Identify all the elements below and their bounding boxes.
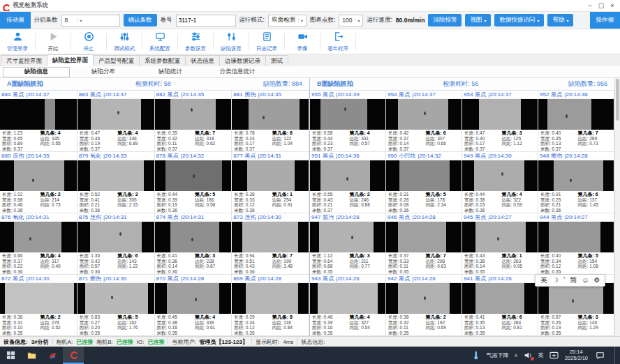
defect-image[interactable] <box>232 160 309 191</box>
maximize-button[interactable]: ▢ <box>596 1 607 10</box>
defect-image[interactable] <box>78 99 154 130</box>
defect-image[interactable] <box>462 160 538 191</box>
defect-cell[interactable]: 881擦伤|20:14:35长度: 0.78宽度: 0.24面积: 0.17米数… <box>232 91 309 152</box>
ime-punct-icon[interactable]: ’ <box>563 275 565 286</box>
defect-cell[interactable]: 955黑点|20:14:39长度: 0.58宽度: 0.44面积: 0.23米数… <box>310 91 386 152</box>
defect-cell[interactable]: 950小凹坑|20:14:32长度: 0.31宽度: 0.28面积: 0.08米… <box>386 152 462 213</box>
volume-icon[interactable] <box>524 351 533 360</box>
sub-tab[interactable]: 分类信息统计 <box>204 67 271 77</box>
defect-cell[interactable]: 941黑点|20:14:26长度: 0.41宽度: 0.35面积: 0.13米数… <box>462 275 538 336</box>
defect-cell[interactable]: 884黑点|20:14:37长度: 1.23宽度: 0.65面积: 0.89米数… <box>0 91 78 152</box>
defect-cell[interactable]: 952黑点|20:14:36长度: 0.40宽度: 0.35面积: 0.13米数… <box>538 91 614 152</box>
defect-image[interactable] <box>0 283 77 314</box>
scrollbar-thumb[interactable] <box>616 79 619 121</box>
tool-system-config[interactable]: 系统配置 <box>144 31 176 52</box>
main-tab[interactable]: 缺陷监控界面 <box>47 54 94 66</box>
defect-cell[interactable]: 876氧化|20:14:31长度: 0.66宽度: 0.37面积: 0.22米数… <box>0 213 78 275</box>
defect-image[interactable] <box>462 222 538 252</box>
defect-image[interactable] <box>462 99 538 130</box>
language-indicator[interactable]: 英 <box>538 351 544 359</box>
defect-cell[interactable]: 872黑点|20:14:30长度: 0.36宽度: 0.31面积: 0.10米数… <box>0 275 78 336</box>
defect-cell[interactable]: 945黑点|20:14:27长度: 0.43宽度: 0.36面积: 0.14米数… <box>462 213 538 275</box>
defect-image[interactable] <box>386 99 462 130</box>
defect-image[interactable] <box>155 283 232 314</box>
defect-cell[interactable]: 949黑点|20:14:30长度: 0.44宽度: 0.38面积: 0.15米数… <box>462 152 538 213</box>
defect-image[interactable] <box>310 160 385 191</box>
sub-tab[interactable]: 缺陷分布 <box>70 67 137 77</box>
defect-cell[interactable]: 875压伤|20:14:31长度: 1.35宽度: 0.42面积: 0.57米数… <box>78 213 155 275</box>
defect-image[interactable] <box>310 99 385 130</box>
defect-cell[interactable]: 943黑点|20:14:26长度: 0.46宽度: 0.39面积: 0.16米数… <box>310 275 386 336</box>
defect-cell[interactable]: 869黑点|20:14:28长度: 0.39宽度: 0.34面积: 0.12米数… <box>232 275 309 336</box>
defect-image[interactable] <box>155 99 232 130</box>
defect-cell[interactable]: 873压伤|20:14:30长度: 0.94宽度: 0.51面积: 0.43米数… <box>232 213 309 275</box>
defect-cell[interactable]: 954黑点|20:14:37长度: 0.42宽度: 0.37面积: 0.14米数… <box>386 91 462 152</box>
tool-video-record[interactable]: 录像 <box>286 31 318 52</box>
ime-settings-icon[interactable]: ⚙ <box>593 275 600 286</box>
tool-log-record[interactable]: 日志记录 <box>251 31 283 52</box>
defect-cell[interactable]: 942黑点|20:14:26长度: 0.38宽度: 0.32面积: 0.11米数… <box>386 275 462 336</box>
main-tab[interactable]: 测试 <box>265 55 288 66</box>
main-tab[interactable]: 边缘数据记录 <box>219 55 266 66</box>
vertical-scrollbar[interactable] <box>614 78 620 336</box>
run-mode-select[interactable]: 双面检测 <box>268 15 307 26</box>
defect-cell[interactable]: 883黑点|20:14:37长度: 0.47宽度: 0.46面积: 0.19米数… <box>78 91 155 152</box>
defect-image[interactable] <box>386 160 462 191</box>
defect-cell[interactable]: 948擦伤|20:14:28长度: 0.91宽度: 0.25面积: 0.21米数… <box>538 152 614 213</box>
defect-image[interactable] <box>78 283 154 314</box>
close-button[interactable]: × <box>607 1 618 10</box>
weather-text[interactable]: 气温下降 <box>487 351 509 359</box>
defect-cell[interactable]: 882黑点|20:14:35长度: 0.35宽度: 0.32面积: 0.11米数… <box>155 91 232 152</box>
defect-cell[interactable]: 877黑点|20:14:31长度: 0.38宽度: 0.33面积: 0.12米数… <box>232 152 309 213</box>
minimize-button[interactable]: – <box>584 1 596 10</box>
defect-image[interactable] <box>232 283 309 314</box>
data-quick-access-button[interactable]: 数据快捷访问 <box>494 14 544 26</box>
view-menu-button[interactable]: 视图 <box>465 14 491 26</box>
sub-tab[interactable]: 缺陷统计 <box>137 67 204 77</box>
defect-image[interactable] <box>0 99 77 130</box>
defect-cell[interactable]: 878黑点|20:14:32长度: 0.44宽度: 0.39面积: 0.15米数… <box>155 152 232 213</box>
main-tab[interactable]: 尺寸监控界面 <box>1 55 47 66</box>
operator-side-button[interactable]: 操作侧 <box>590 12 620 29</box>
defect-cell[interactable]: 874黑点|20:14:31长度: 0.41宽度: 0.36面积: 0.14米数… <box>155 213 232 275</box>
main-tab[interactable]: 产品型号配置 <box>93 55 140 66</box>
defect-cell[interactable]: 880压伤|20:14:35长度: 1.02宽度: 0.58面积: 0.46米数… <box>0 152 78 213</box>
defect-image[interactable] <box>462 283 538 314</box>
defect-image[interactable] <box>78 160 154 191</box>
defect-image[interactable] <box>232 99 309 130</box>
defect-image[interactable] <box>386 283 462 314</box>
defect-cell[interactable]: 953黑点|20:14:37长度: 0.47宽度: 0.40面积: 0.17米数… <box>462 91 538 152</box>
tool-stop[interactable]: 停止 <box>73 31 105 52</box>
thermometer-icon[interactable] <box>471 347 481 364</box>
show-desktop-strip[interactable] <box>614 347 617 364</box>
action-center-icon[interactable] <box>593 347 606 364</box>
defect-image[interactable] <box>78 222 154 252</box>
tool-manage-login[interactable]: 管理登录 <box>1 31 34 52</box>
taskbar-clock[interactable]: 20:14 2025/2/10 <box>565 349 588 361</box>
defect-cell[interactable]: 947脏污|20:14:28长度: 1.12宽度: 0.64面积: 0.68米数… <box>310 213 386 275</box>
confirm-count-button[interactable]: 确认条数 <box>124 14 157 26</box>
defect-cell[interactable]: 946黑点|20:14:28长度: 0.37宽度: 0.33面积: 0.11米数… <box>386 213 462 275</box>
defect-image[interactable] <box>0 222 77 252</box>
defect-image[interactable] <box>538 283 614 314</box>
main-tab[interactable]: 系统参数配置 <box>139 55 186 66</box>
defect-cell[interactable]: 871擦伤|20:14:30长度: 0.83宽度: 0.27面积: 0.20米数… <box>78 275 155 336</box>
defect-cell[interactable]: 951黑点|20:14:36长度: 0.55宽度: 0.43面积: 0.21米数… <box>310 152 386 213</box>
roll-number-input[interactable] <box>176 15 236 26</box>
help-menu-button[interactable]: 帮助 <box>547 14 573 26</box>
defect-image[interactable] <box>310 222 385 252</box>
ime-toolbar[interactable]: 英☽’简☺⚙ <box>535 274 605 287</box>
defect-image[interactable] <box>538 222 614 252</box>
defect-cell[interactable]: 879氧化|20:14:33长度: 0.52宽度: 0.41面积: 0.21米数… <box>78 152 155 213</box>
defect-image[interactable] <box>310 283 385 314</box>
defect-image[interactable] <box>0 160 77 191</box>
slit-count-select[interactable]: 8 <box>61 15 120 26</box>
defect-image[interactable] <box>155 160 232 191</box>
ime-simplified[interactable]: 简 <box>570 275 577 286</box>
tool-debug-mode[interactable]: 调试模式 <box>108 31 140 52</box>
main-tab[interactable]: 状态信息 <box>185 55 220 66</box>
tool-start[interactable]: 开始 <box>37 31 69 52</box>
start-button[interactable] <box>0 347 21 364</box>
pinned-app-icon[interactable] <box>42 347 63 364</box>
drive-side-button[interactable]: 传动侧 <box>0 12 31 29</box>
